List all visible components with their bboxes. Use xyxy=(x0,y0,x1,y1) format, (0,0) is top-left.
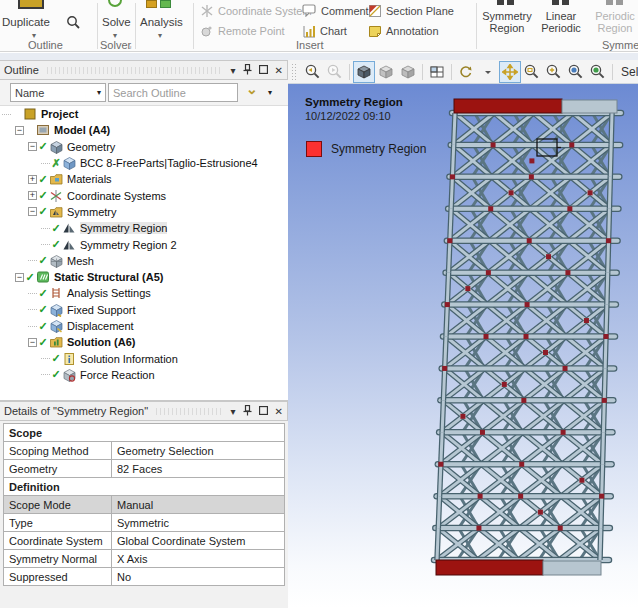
shaded-view-icon[interactable] xyxy=(375,61,397,83)
tree-expand-toggle[interactable]: − xyxy=(28,142,37,151)
tree-item-label[interactable]: Static Structural (A5) xyxy=(54,271,163,283)
tree-expand-toggle[interactable]: − xyxy=(28,207,37,216)
tree-item-label[interactable]: Project xyxy=(41,108,78,120)
tree-item[interactable]: ✓Mesh xyxy=(0,253,287,269)
tree-item[interactable]: ✓Symmetry Region xyxy=(0,220,287,236)
toolbar-drag-handle[interactable] xyxy=(291,63,298,81)
details-value[interactable]: Symmetric xyxy=(112,514,285,532)
zoom-fit-icon[interactable] xyxy=(565,61,587,83)
tree-item[interactable]: −✓Static Structural (A5) xyxy=(0,269,287,285)
details-value[interactable]: X Axis xyxy=(112,550,285,568)
duplicate-button[interactable]: Duplicate xyxy=(2,16,50,28)
tree-item[interactable]: +✓Materials xyxy=(0,171,287,187)
details-value[interactable]: 82 Faces xyxy=(112,460,285,478)
tree-item-label[interactable]: Geometry xyxy=(67,141,115,153)
search-icon[interactable] xyxy=(66,15,81,32)
lattice-model[interactable] xyxy=(288,84,638,608)
tree-item-label[interactable]: Symmetry xyxy=(67,206,117,218)
analysis-button[interactable]: Analysis xyxy=(140,16,183,28)
details-row[interactable]: Symmetry NormalX Axis xyxy=(4,550,285,568)
tree-item-label[interactable]: Solution (A6) xyxy=(67,336,135,348)
details-row[interactable]: Coordinate SystemGlobal Coordinate Syste… xyxy=(4,532,285,550)
status-check-icon: ✓ xyxy=(50,368,62,381)
zoom-selection-icon[interactable] xyxy=(587,61,609,83)
tree-item-label[interactable]: Displacement xyxy=(67,320,134,332)
manage-views-icon[interactable] xyxy=(397,61,419,83)
details-value[interactable]: Manual xyxy=(112,496,285,514)
outline-menu-caret-icon[interactable]: ▾ xyxy=(231,65,236,76)
tree-item-label[interactable]: Symmetry Region xyxy=(80,222,167,234)
expand-tree-icon[interactable]: ⌄ xyxy=(246,81,258,97)
tree-item-label[interactable]: BCC 8-FreeParts|Taglio-Estrusione4 xyxy=(80,157,258,169)
tree-item-label[interactable]: Fixed Support xyxy=(67,304,135,316)
details-maximize-icon[interactable] xyxy=(259,406,268,417)
details-menu-caret-icon[interactable]: ▾ xyxy=(231,406,236,417)
tree-item[interactable]: Project xyxy=(0,106,287,122)
outline-pin-icon[interactable] xyxy=(243,64,252,77)
details-pin-icon[interactable] xyxy=(243,405,252,418)
outline-maximize-icon[interactable] xyxy=(259,65,268,76)
viewport-3d[interactable]: Symmetry Region 10/12/2022 09:10 Symmetr… xyxy=(288,84,638,608)
tree-item[interactable]: −✓Solution (A6) xyxy=(0,334,287,350)
outline-close-icon[interactable]: ✕ xyxy=(275,65,283,76)
tree-item[interactable]: ✓Analysis Settings xyxy=(0,285,287,301)
details-row[interactable]: Scope ModeManual xyxy=(4,496,285,514)
details-value[interactable]: No xyxy=(112,568,285,586)
tree-item[interactable]: −✓Symmetry xyxy=(0,204,287,220)
tree-expand-toggle[interactable]: + xyxy=(28,175,37,184)
details-row[interactable]: Geometry82 Faces xyxy=(4,460,285,478)
tree-item-label[interactable]: Model (A4) xyxy=(54,124,110,136)
tree-item-label[interactable]: Solution Information xyxy=(80,353,178,365)
details-value[interactable]: Global Coordinate System xyxy=(112,532,285,550)
tree-item[interactable]: ✓Symmetry Region 2 xyxy=(0,236,287,252)
tree-item[interactable]: −✓Geometry xyxy=(0,139,287,155)
zoom-back-icon[interactable] xyxy=(302,61,324,83)
details-row[interactable]: TypeSymmetric xyxy=(4,514,285,532)
select-menu-label[interactable]: Sele xyxy=(621,65,638,79)
zoom-box-icon[interactable] xyxy=(521,61,543,83)
tree-item-label[interactable]: Materials xyxy=(67,173,112,185)
viewports-icon[interactable] xyxy=(426,61,448,83)
name-filter-dropdown[interactable]: Name▾ xyxy=(10,83,106,102)
tree-item[interactable]: ✗BCC 8-FreeParts|Taglio-Estrusione4 xyxy=(0,155,287,171)
details-row[interactable]: Scope xyxy=(4,424,285,442)
search-options-caret-icon[interactable]: ▾ xyxy=(268,88,272,97)
details-row[interactable]: Scoping MethodGeometry Selection xyxy=(4,442,285,460)
tree-expand-toggle[interactable]: + xyxy=(28,191,37,200)
analysis-caret-icon[interactable]: ▾ xyxy=(158,31,162,40)
tree-item[interactable]: ✓Solution Information xyxy=(0,350,287,366)
rotate-caret-icon[interactable] xyxy=(477,61,499,83)
tree-item-label[interactable]: Mesh xyxy=(67,255,94,267)
details-row[interactable]: SuppressedNo xyxy=(4,568,285,586)
zoom-forward-icon[interactable] xyxy=(324,61,346,83)
rotate-icon[interactable] xyxy=(455,61,477,83)
tree-item[interactable]: ✓Fixed Support xyxy=(0,302,287,318)
tree-expand-toggle[interactable]: − xyxy=(15,126,24,135)
section-plane-button[interactable]: Section Plane xyxy=(368,4,454,18)
details-value[interactable]: Geometry Selection xyxy=(112,442,285,460)
details-row[interactable]: Definition xyxy=(4,478,285,496)
zoom-inout-icon[interactable] xyxy=(543,61,565,83)
symmetry-region-button[interactable]: Symmetry Region xyxy=(478,10,536,34)
tree-item[interactable]: ✓Displacement xyxy=(0,318,287,334)
chart-button[interactable]: Chart xyxy=(302,24,347,38)
tree-item-label[interactable]: Symmetry Region 2 xyxy=(80,239,177,251)
solver-expander-icon[interactable]: ⌟ xyxy=(128,41,132,50)
tree-item-label[interactable]: Analysis Settings xyxy=(67,287,151,299)
tree-item-label[interactable]: Coordinate Systems xyxy=(67,190,166,202)
annotation-button[interactable]: Annotation xyxy=(368,24,439,38)
comment-button[interactable]: Comment xyxy=(302,4,369,17)
solve-button[interactable]: Solve xyxy=(102,16,131,28)
iso-view-icon[interactable] xyxy=(353,61,375,83)
tree-expand-toggle[interactable]: − xyxy=(15,273,24,282)
tree-item[interactable]: +✓Coordinate Systems xyxy=(0,187,287,203)
tree-item-label[interactable]: Force Reaction xyxy=(80,369,155,381)
linear-periodic-button[interactable]: Linear Periodic xyxy=(532,10,590,34)
pan-icon[interactable] xyxy=(499,61,521,83)
tree-expand-toggle[interactable]: − xyxy=(28,338,37,347)
tree-item[interactable]: −Model (A4) xyxy=(0,122,287,138)
solve-icon xyxy=(108,0,122,7)
tree-item[interactable]: ✓Force Reaction xyxy=(0,367,287,383)
details-close-icon[interactable]: ✕ xyxy=(275,406,283,417)
search-input[interactable] xyxy=(108,83,238,102)
